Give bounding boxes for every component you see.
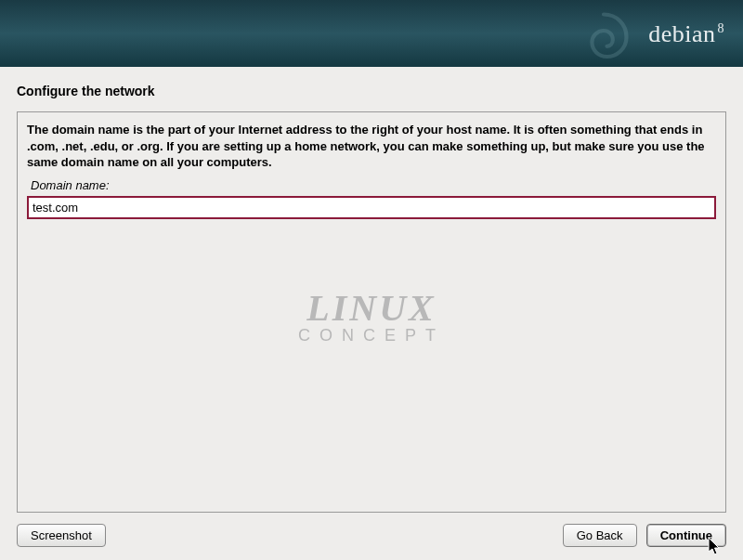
debian-swirl-icon (571, 5, 636, 67)
page-title: Configure the network (17, 84, 726, 98)
continue-button[interactable]: Continue (646, 524, 726, 547)
content-area: Configure the network The domain name is… (0, 67, 743, 513)
watermark: LINUX CONCEPT (298, 286, 445, 345)
go-back-button[interactable]: Go Back (563, 524, 637, 547)
watermark-line1: LINUX (298, 286, 445, 330)
watermark-line2: CONCEPT (298, 326, 445, 345)
screenshot-button[interactable]: Screenshot (17, 524, 106, 547)
domain-input[interactable] (27, 196, 716, 219)
brand-label: debian8 (648, 20, 724, 48)
installer-banner: debian8 (0, 0, 743, 67)
main-panel: The domain name is the part of your Inte… (17, 111, 726, 513)
domain-field-label: Domain name: (31, 178, 716, 192)
instruction-text: The domain name is the part of your Inte… (27, 122, 716, 171)
nav-buttons: Go Back Continue (563, 524, 726, 547)
brand-version: 8 (718, 21, 725, 35)
brand-name: debian (648, 20, 715, 47)
button-row: Screenshot Go Back Continue (0, 513, 743, 547)
